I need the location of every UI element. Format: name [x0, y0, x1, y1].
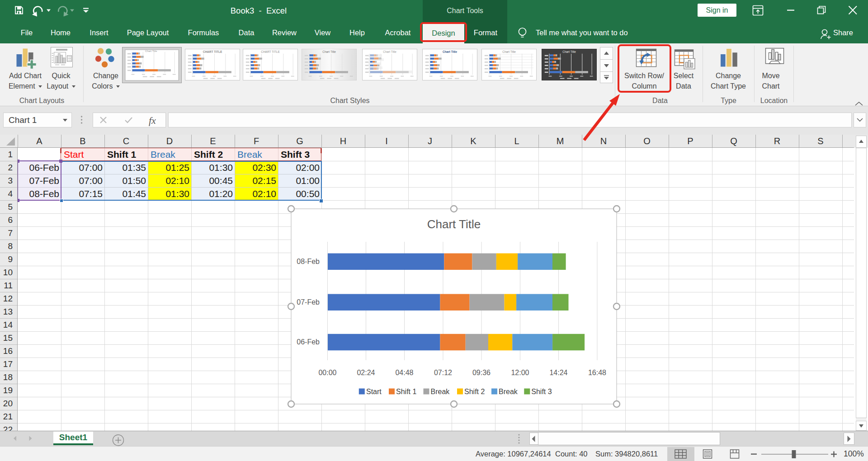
svg-text:02:24: 02:24: [357, 369, 375, 376]
svg-text:06-Feb: 06-Feb: [297, 338, 320, 346]
svg-text:00:00: 00:00: [318, 369, 336, 376]
svg-text:16:48: 16:48: [588, 369, 606, 376]
svg-text:Shift 1: Shift 1: [396, 388, 416, 395]
svg-text:Chart Title: Chart Title: [502, 50, 516, 53]
svg-text:12:00: 12:00: [511, 369, 529, 376]
svg-text:Start: Start: [366, 388, 382, 395]
svg-text:Break: Break: [431, 388, 450, 395]
svg-text:Chart Title: Chart Title: [562, 50, 576, 53]
svg-text:Chart Title: Chart Title: [427, 217, 481, 231]
svg-text:Chart Title: Chart Title: [383, 50, 396, 53]
svg-text:Break: Break: [499, 388, 518, 395]
svg-text:CHART TITLE: CHART TITLE: [203, 50, 222, 53]
svg-text:fx: fx: [149, 115, 156, 126]
svg-text:14:24: 14:24: [549, 369, 567, 376]
svg-text:Chart Title: Chart Title: [322, 50, 336, 53]
svg-text:07:12: 07:12: [434, 369, 452, 376]
svg-text:Shift 2: Shift 2: [464, 388, 485, 395]
svg-text:Chart Title: Chart Title: [443, 50, 457, 53]
svg-text:04:48: 04:48: [395, 369, 413, 376]
svg-text:09:36: 09:36: [472, 369, 491, 376]
svg-text:Shift 3: Shift 3: [531, 388, 552, 395]
svg-text:CHART TITLE: CHART TITLE: [261, 50, 280, 53]
svg-text:08-Feb: 08-Feb: [297, 258, 320, 265]
svg-text:07-Feb: 07-Feb: [297, 298, 320, 306]
svg-text:Chart Title: Chart Title: [145, 50, 157, 52]
